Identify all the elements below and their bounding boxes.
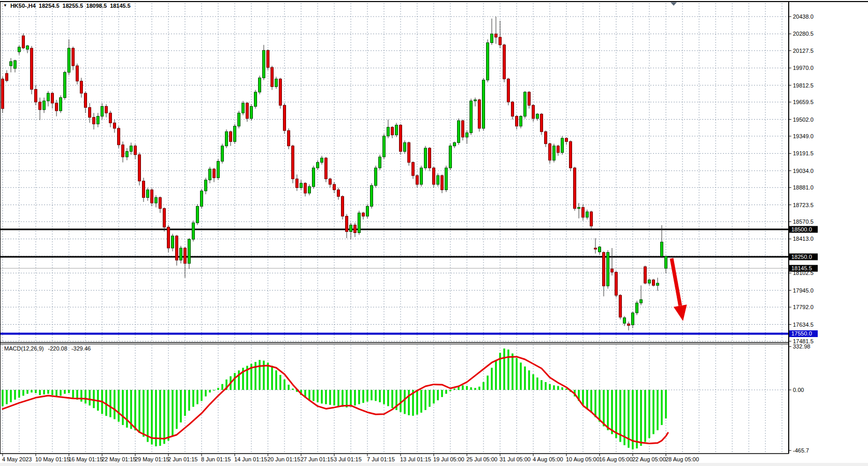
trading-terminal-window: 20438.020280.520127.519970.019812.519659… [0, 0, 868, 466]
ohlc-low: 18098.5 [86, 3, 107, 9]
svg-text:27 Jun 01:15: 27 Jun 01:15 [301, 456, 334, 462]
ohlc-open: 18254.5 [39, 3, 60, 9]
ohlc-high: 18255.5 [63, 3, 83, 9]
macd-value: -220.08 [48, 345, 67, 352]
svg-text:4 Aug 05:00: 4 Aug 05:00 [533, 456, 563, 462]
price-badge-18500.0: 18500.0 [789, 226, 818, 233]
chart-legend: ▼ HK50-,H4 18254.5 18255.5 18098.5 18145… [3, 3, 131, 9]
svg-text:17550.0: 17550.0 [791, 330, 812, 337]
svg-text:16 Aug 05:00: 16 Aug 05:00 [599, 456, 633, 462]
svg-text:3 Jul 01:15: 3 Jul 01:15 [334, 456, 362, 462]
price-badge-17550.0: 17550.0 [789, 330, 818, 337]
svg-text:20438.0: 20438.0 [793, 13, 814, 20]
symbol-dropdown-icon[interactable]: ▼ [3, 4, 7, 8]
svg-text:19502.0: 19502.0 [793, 116, 814, 123]
macd-name: MACD(12,26,9) [4, 345, 44, 352]
svg-text:4 May 2023: 4 May 2023 [2, 456, 32, 462]
svg-text:14 Jun 01:15: 14 Jun 01:15 [234, 456, 267, 462]
svg-text:332.98: 332.98 [793, 343, 810, 350]
svg-text:25 Jul 05:00: 25 Jul 05:00 [466, 456, 497, 462]
svg-text:19970.0: 19970.0 [793, 65, 814, 71]
svg-text:22 May 01:15: 22 May 01:15 [102, 456, 136, 462]
svg-text:10 May 01:15: 10 May 01:15 [35, 456, 70, 462]
svg-text:29 May 01:15: 29 May 01:15 [135, 456, 169, 462]
bottom-strip [0, 463, 868, 466]
chart-canvas[interactable]: 20438.020280.520127.519970.019812.519659… [0, 0, 868, 466]
svg-text:17634.5: 17634.5 [793, 322, 814, 328]
svg-text:-465.7: -465.7 [793, 447, 809, 454]
macd-indicator-label: MACD(12,26,9) -220.08 -329.46 [4, 345, 93, 352]
svg-text:28 Aug 05:00: 28 Aug 05:00 [665, 456, 699, 462]
svg-text:19349.0: 19349.0 [793, 133, 814, 139]
ohlc-close: 18145.5 [110, 3, 131, 9]
current-price-badge: 18145.5 [789, 265, 818, 272]
svg-text:20127.5: 20127.5 [793, 48, 814, 54]
svg-text:20 Jun 01:15: 20 Jun 01:15 [267, 456, 301, 462]
svg-text:13 Jul 01:15: 13 Jul 01:15 [400, 456, 431, 462]
svg-text:18145.5: 18145.5 [791, 265, 812, 271]
price-badge-18250.0: 18250.0 [789, 254, 818, 260]
svg-text:18881.0: 18881.0 [793, 184, 814, 191]
svg-text:8 Jun 01:15: 8 Jun 01:15 [201, 456, 231, 462]
svg-text:18570.5: 18570.5 [793, 219, 814, 225]
symbol-timeframe-label: HK50-,H4 [10, 3, 36, 9]
svg-text:18723.5: 18723.5 [793, 202, 814, 208]
svg-text:19 Jul 05:00: 19 Jul 05:00 [433, 456, 464, 462]
svg-text:22 Aug 05:00: 22 Aug 05:00 [632, 456, 666, 462]
svg-text:10 Aug 05:00: 10 Aug 05:00 [566, 456, 600, 462]
svg-text:19034.0: 19034.0 [793, 168, 814, 174]
svg-text:0.00: 0.00 [793, 387, 804, 393]
svg-text:31 Jul 05:00: 31 Jul 05:00 [500, 456, 531, 462]
svg-text:19659.5: 19659.5 [793, 99, 814, 105]
svg-text:16 May 01:15: 16 May 01:15 [68, 456, 103, 462]
macd-signal-value: -329.46 [72, 345, 91, 352]
svg-text:17945.0: 17945.0 [793, 287, 814, 294]
svg-text:2 Jun 01:15: 2 Jun 01:15 [168, 456, 198, 462]
svg-text:18413.0: 18413.0 [793, 236, 814, 242]
svg-text:18250.0: 18250.0 [791, 254, 812, 260]
svg-text:18500.0: 18500.0 [791, 226, 812, 232]
svg-text:19812.5: 19812.5 [793, 82, 814, 89]
svg-text:17792.0: 17792.0 [793, 304, 814, 310]
svg-text:19191.5: 19191.5 [793, 150, 814, 156]
svg-text:7 Jul 01:15: 7 Jul 01:15 [367, 456, 395, 462]
svg-text:20280.5: 20280.5 [793, 31, 814, 37]
